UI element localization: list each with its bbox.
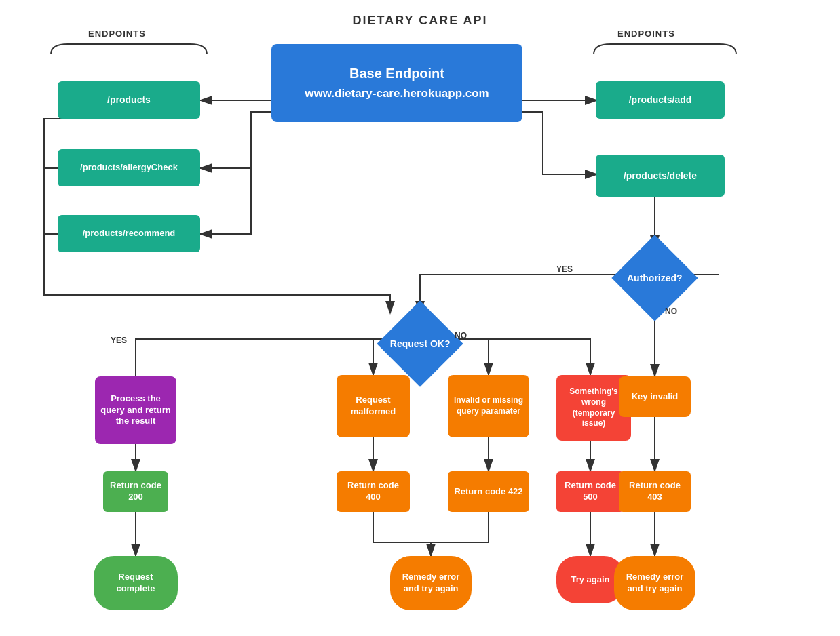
no-label-authorized: NO [665,306,677,316]
base-endpoint-node: Base Endpoint www.dietary-care.herokuapp… [271,44,522,122]
return-422-node: Return code 422 [448,471,529,512]
endpoint-products-delete: /products/delete [596,155,725,197]
request-malformed-node: Request malformed [337,375,410,437]
process-query-node: Process the query and return the result [95,376,176,444]
return-500-node: Return code 500 [556,471,624,512]
endpoints-right-label: ENDPOINTS [617,28,675,39]
endpoint-allergycheck: /products/allergyCheck [58,149,200,186]
remedy-orange-node: Remedy error and try again [390,556,472,610]
key-invalid-node: Key invalid [619,376,691,417]
endpoint-products: /products [58,81,200,119]
remedy-orange2-node: Remedy error and try again [614,556,695,610]
invalid-query-node: Invalid or missing query paramater [448,375,529,437]
endpoint-recommend: /products/recommend [58,215,200,252]
base-endpoint-label: Base Endpoint [305,66,489,81]
authorized-diamond: Authorized? [611,235,698,321]
request-complete-node: Request complete [94,556,178,610]
return-400-node: Return code 400 [337,471,410,512]
endpoints-left-label: ENDPOINTS [88,28,146,39]
return-403-node: Return code 403 [619,471,691,512]
return-200-node: Return code 200 [103,471,168,512]
endpoint-products-add: /products/add [596,81,725,119]
no-label-request-ok: NO [455,331,467,340]
request-ok-diamond: Request OK? [377,300,463,386]
diagram-title: DIETARY CARE API [0,14,840,28]
base-endpoint-url: www.dietary-care.herokuapp.com [305,87,489,100]
yes-label-request-ok: YES [111,336,127,345]
yes-label-authorized: YES [556,264,573,274]
